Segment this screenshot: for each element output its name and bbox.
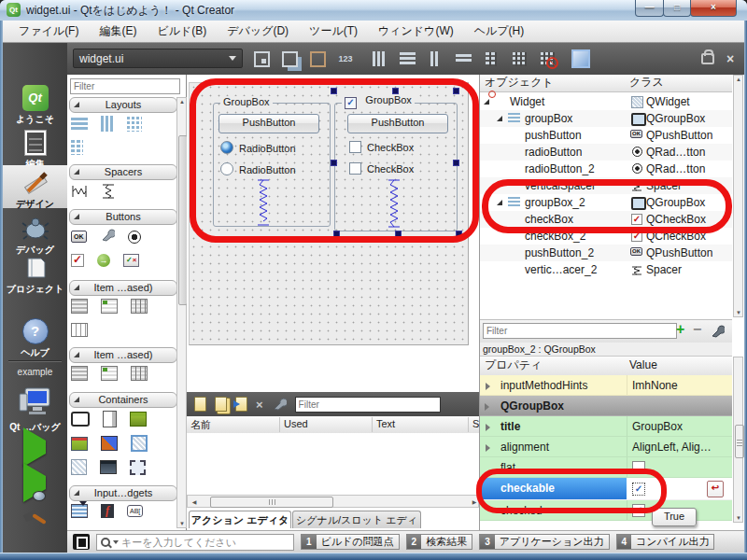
selection-handle[interactable] [333, 231, 340, 237]
expand-icon[interactable] [485, 403, 489, 411]
debug-run-button[interactable] [23, 476, 46, 489]
property-row-checkable[interactable]: checkable ✓ ↩ [480, 478, 732, 500]
pane-search-results[interactable]: 2検索結果 [406, 534, 473, 550]
property-column-value[interactable]: Value [629, 357, 657, 374]
tree-widget-icon[interactable] [101, 366, 118, 381]
widget-icon[interactable] [71, 459, 87, 475]
mode-help[interactable]: ? ヘルプ [3, 314, 67, 362]
scroll-down-icon[interactable]: ▼ [734, 310, 743, 315]
paste-action-icon[interactable] [235, 397, 247, 412]
selection-handle[interactable] [331, 88, 337, 94]
property-row-inputmethodhints[interactable]: inputMethodHints ImhNone [480, 375, 732, 396]
close-button[interactable]: × [690, 0, 737, 17]
tree-view-icon[interactable] [101, 299, 118, 314]
expand-icon[interactable] [497, 116, 502, 121]
command-link-button-icon[interactable]: → [97, 254, 110, 267]
category-layouts[interactable]: Layouts [69, 97, 177, 113]
stacked-widget-icon[interactable] [101, 436, 118, 451]
property-group-qgroupbox[interactable]: QGroupBox [480, 396, 732, 416]
vertical-layout-icon[interactable] [71, 118, 88, 131]
selection-handle[interactable] [392, 88, 399, 94]
inspector-column-object[interactable]: オブジェクト [485, 75, 554, 91]
property-row-title[interactable]: title GroupBox [480, 416, 732, 437]
layout-horizontal-icon[interactable] [368, 48, 390, 70]
checkable-checkbox-checked[interactable]: ✓ [632, 483, 645, 496]
dock-widget-icon[interactable] [130, 460, 146, 475]
vertical-spacer-icon[interactable] [101, 183, 116, 203]
category-spacers[interactable]: Spacers [69, 164, 177, 180]
form-checkbox-1[interactable]: CheckBox [349, 141, 414, 156]
property-column-name[interactable]: プロパティ [485, 357, 542, 374]
menu-edit[interactable]: 編集(E) [89, 21, 147, 42]
build-button[interactable] [21, 508, 49, 535]
property-row-flat[interactable]: flat [480, 457, 732, 478]
menu-file[interactable]: ファイル(F) [8, 21, 89, 42]
horizontal-layout-icon[interactable] [101, 116, 114, 132]
category-containers[interactable]: Containers [69, 392, 177, 408]
menu-build[interactable]: ビルド(B) [147, 21, 217, 42]
locator-input[interactable]: キーを入力してください [96, 534, 294, 551]
layout-form-icon[interactable] [480, 48, 502, 70]
line-edit-icon[interactable]: AB[ [127, 505, 143, 517]
layout-horizontal-splitter-icon[interactable] [424, 48, 446, 70]
inspector-row-checkbox2[interactable]: checkBox_2 ✓ QCheckBox [480, 228, 732, 245]
form-vertical-spacer-1[interactable] [256, 179, 271, 226]
lock-icon[interactable] [697, 45, 719, 67]
category-item-views[interactable]: Item …ased) [69, 280, 177, 296]
scroll-area-icon[interactable] [103, 411, 117, 427]
scrollbar-thumb[interactable] [210, 497, 333, 508]
checked-checkbox-checked[interactable]: ✓ [632, 504, 645, 517]
layout-grid-icon[interactable] [508, 48, 530, 70]
form-checkbox-2[interactable]: CheckBox [349, 162, 414, 177]
inspector-row-groupbox2[interactable]: groupBox_2 QGroupBox [480, 194, 732, 211]
toggle-sidebar-button[interactable] [73, 534, 90, 550]
reset-property-button[interactable]: ↩ [707, 481, 724, 497]
category-buttons[interactable]: Buttons [69, 209, 177, 225]
adjust-size-icon[interactable] [570, 48, 592, 70]
grid-layout-icon[interactable] [127, 117, 142, 132]
frame-icon[interactable] [131, 435, 148, 452]
property-row-alignment[interactable]: alignment AlignLeft, Alig… [480, 437, 732, 457]
property-scrollbar[interactable]: ▼ [733, 357, 743, 523]
category-input-widgets[interactable]: Input…dgets [69, 485, 177, 501]
flat-checkbox-unchecked[interactable] [632, 461, 645, 474]
font-combo-box-icon[interactable]: f [101, 504, 114, 518]
form-vertical-spacer-2[interactable] [387, 179, 402, 228]
selection-handle[interactable] [453, 160, 459, 166]
open-document-selector[interactable]: widget.ui [73, 49, 243, 68]
layout-vertical-icon[interactable] [396, 48, 418, 70]
menu-debug[interactable]: デバッグ(D) [217, 21, 299, 42]
inspector-column-class[interactable]: クラス [629, 75, 664, 91]
layout-vertical-splitter-icon[interactable] [452, 48, 474, 70]
selection-handle[interactable] [453, 88, 459, 94]
edit-signals-slots-icon[interactable] [278, 48, 301, 70]
inspector-row-widget[interactable]: Widget QWidget [480, 93, 732, 110]
check-box-icon[interactable]: ✓ [71, 254, 84, 267]
form-radiobutton-1[interactable]: RadioButton [220, 141, 296, 157]
inspector-row-groupbox[interactable]: groupBox QGroupBox [480, 110, 732, 127]
column-text[interactable]: Text [376, 418, 395, 429]
minimize-button[interactable]: — [635, 0, 664, 17]
pane-application-output[interactable]: 3アプリケーション出力 [479, 534, 609, 550]
selection-handle[interactable] [331, 160, 337, 166]
form-layout-icon[interactable] [71, 140, 83, 155]
scroll-right-icon[interactable]: ▶ [470, 498, 479, 505]
tab-signal-slot-editor[interactable]: シグナル/スロット エディタ [292, 511, 421, 528]
new-action-icon[interactable] [194, 397, 206, 412]
edit-tab-order-icon[interactable]: 123 [334, 48, 357, 70]
list-widget-icon[interactable] [71, 366, 88, 381]
table-view-icon[interactable] [131, 299, 148, 314]
edit-buddies-icon[interactable] [306, 48, 329, 70]
expand-icon[interactable] [486, 383, 490, 390]
category-item-widgets[interactable]: Item …ased) [69, 347, 177, 363]
mdi-area-icon[interactable] [100, 460, 117, 474]
selection-handle[interactable] [456, 231, 462, 237]
selection-handle[interactable] [395, 231, 402, 237]
scroll-down-icon[interactable]: ▼ [177, 521, 187, 526]
pane-compile-output[interactable]: 4コンパイル出力 [616, 534, 715, 550]
form-pushbutton-2[interactable]: PushButton [347, 114, 448, 133]
expand-icon[interactable] [486, 444, 490, 452]
group-box-icon[interactable] [71, 412, 90, 427]
action-settings-icon[interactable] [272, 397, 287, 412]
copy-action-icon[interactable] [215, 397, 227, 412]
